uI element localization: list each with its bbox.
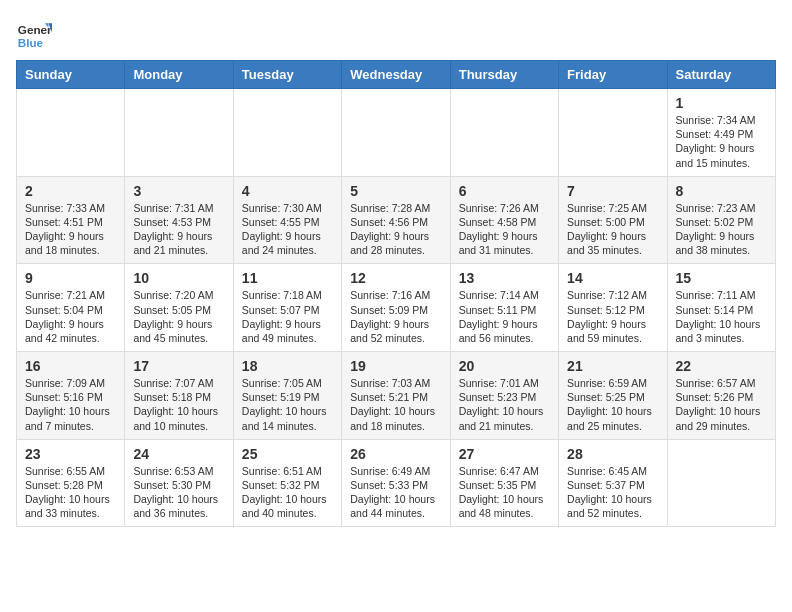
col-header-wednesday: Wednesday: [342, 61, 450, 89]
cell-content: Sunrise: 7:09 AM Sunset: 5:16 PM Dayligh…: [25, 376, 116, 433]
calendar-cell: 12Sunrise: 7:16 AM Sunset: 5:09 PM Dayli…: [342, 264, 450, 352]
day-number: 24: [133, 446, 224, 462]
calendar-cell: 20Sunrise: 7:01 AM Sunset: 5:23 PM Dayli…: [450, 352, 558, 440]
calendar-cell: 10Sunrise: 7:20 AM Sunset: 5:05 PM Dayli…: [125, 264, 233, 352]
calendar-cell: [450, 89, 558, 177]
day-number: 3: [133, 183, 224, 199]
cell-content: Sunrise: 7:23 AM Sunset: 5:02 PM Dayligh…: [676, 201, 767, 258]
calendar-cell: 8Sunrise: 7:23 AM Sunset: 5:02 PM Daylig…: [667, 176, 775, 264]
cell-content: Sunrise: 7:01 AM Sunset: 5:23 PM Dayligh…: [459, 376, 550, 433]
calendar-cell: 18Sunrise: 7:05 AM Sunset: 5:19 PM Dayli…: [233, 352, 341, 440]
col-header-saturday: Saturday: [667, 61, 775, 89]
calendar-week-row: 1Sunrise: 7:34 AM Sunset: 4:49 PM Daylig…: [17, 89, 776, 177]
day-number: 11: [242, 270, 333, 286]
day-number: 2: [25, 183, 116, 199]
day-number: 6: [459, 183, 550, 199]
cell-content: Sunrise: 7:21 AM Sunset: 5:04 PM Dayligh…: [25, 288, 116, 345]
calendar-cell: 23Sunrise: 6:55 AM Sunset: 5:28 PM Dayli…: [17, 439, 125, 527]
col-header-tuesday: Tuesday: [233, 61, 341, 89]
calendar-cell: 22Sunrise: 6:57 AM Sunset: 5:26 PM Dayli…: [667, 352, 775, 440]
calendar-cell: 7Sunrise: 7:25 AM Sunset: 5:00 PM Daylig…: [559, 176, 667, 264]
cell-content: Sunrise: 7:14 AM Sunset: 5:11 PM Dayligh…: [459, 288, 550, 345]
calendar-header-row: SundayMondayTuesdayWednesdayThursdayFrid…: [17, 61, 776, 89]
calendar-cell: 28Sunrise: 6:45 AM Sunset: 5:37 PM Dayli…: [559, 439, 667, 527]
calendar-cell: 13Sunrise: 7:14 AM Sunset: 5:11 PM Dayli…: [450, 264, 558, 352]
calendar-cell: 9Sunrise: 7:21 AM Sunset: 5:04 PM Daylig…: [17, 264, 125, 352]
cell-content: Sunrise: 7:07 AM Sunset: 5:18 PM Dayligh…: [133, 376, 224, 433]
logo: General Blue: [16, 16, 56, 52]
cell-content: Sunrise: 7:30 AM Sunset: 4:55 PM Dayligh…: [242, 201, 333, 258]
calendar-cell: 26Sunrise: 6:49 AM Sunset: 5:33 PM Dayli…: [342, 439, 450, 527]
logo-icon: General Blue: [16, 16, 52, 52]
day-number: 22: [676, 358, 767, 374]
calendar-cell: 19Sunrise: 7:03 AM Sunset: 5:21 PM Dayli…: [342, 352, 450, 440]
calendar-cell: [125, 89, 233, 177]
day-number: 23: [25, 446, 116, 462]
calendar-cell: 1Sunrise: 7:34 AM Sunset: 4:49 PM Daylig…: [667, 89, 775, 177]
cell-content: Sunrise: 6:45 AM Sunset: 5:37 PM Dayligh…: [567, 464, 658, 521]
calendar-table: SundayMondayTuesdayWednesdayThursdayFrid…: [16, 60, 776, 527]
svg-text:Blue: Blue: [18, 36, 44, 49]
day-number: 4: [242, 183, 333, 199]
page-header: General Blue: [16, 16, 776, 52]
calendar-cell: 6Sunrise: 7:26 AM Sunset: 4:58 PM Daylig…: [450, 176, 558, 264]
day-number: 26: [350, 446, 441, 462]
calendar-cell: 24Sunrise: 6:53 AM Sunset: 5:30 PM Dayli…: [125, 439, 233, 527]
day-number: 13: [459, 270, 550, 286]
cell-content: Sunrise: 7:26 AM Sunset: 4:58 PM Dayligh…: [459, 201, 550, 258]
calendar-cell: 2Sunrise: 7:33 AM Sunset: 4:51 PM Daylig…: [17, 176, 125, 264]
col-header-thursday: Thursday: [450, 61, 558, 89]
calendar-cell: 27Sunrise: 6:47 AM Sunset: 5:35 PM Dayli…: [450, 439, 558, 527]
calendar-cell: [559, 89, 667, 177]
cell-content: Sunrise: 7:28 AM Sunset: 4:56 PM Dayligh…: [350, 201, 441, 258]
calendar-cell: 4Sunrise: 7:30 AM Sunset: 4:55 PM Daylig…: [233, 176, 341, 264]
day-number: 12: [350, 270, 441, 286]
col-header-sunday: Sunday: [17, 61, 125, 89]
day-number: 27: [459, 446, 550, 462]
cell-content: Sunrise: 7:33 AM Sunset: 4:51 PM Dayligh…: [25, 201, 116, 258]
day-number: 7: [567, 183, 658, 199]
calendar-week-row: 16Sunrise: 7:09 AM Sunset: 5:16 PM Dayli…: [17, 352, 776, 440]
calendar-cell: 21Sunrise: 6:59 AM Sunset: 5:25 PM Dayli…: [559, 352, 667, 440]
calendar-cell: 5Sunrise: 7:28 AM Sunset: 4:56 PM Daylig…: [342, 176, 450, 264]
cell-content: Sunrise: 6:57 AM Sunset: 5:26 PM Dayligh…: [676, 376, 767, 433]
day-number: 17: [133, 358, 224, 374]
calendar-week-row: 9Sunrise: 7:21 AM Sunset: 5:04 PM Daylig…: [17, 264, 776, 352]
day-number: 20: [459, 358, 550, 374]
day-number: 19: [350, 358, 441, 374]
cell-content: Sunrise: 7:25 AM Sunset: 5:00 PM Dayligh…: [567, 201, 658, 258]
calendar-week-row: 2Sunrise: 7:33 AM Sunset: 4:51 PM Daylig…: [17, 176, 776, 264]
cell-content: Sunrise: 7:16 AM Sunset: 5:09 PM Dayligh…: [350, 288, 441, 345]
calendar-cell: 15Sunrise: 7:11 AM Sunset: 5:14 PM Dayli…: [667, 264, 775, 352]
cell-content: Sunrise: 6:51 AM Sunset: 5:32 PM Dayligh…: [242, 464, 333, 521]
day-number: 9: [25, 270, 116, 286]
day-number: 5: [350, 183, 441, 199]
day-number: 16: [25, 358, 116, 374]
calendar-cell: 14Sunrise: 7:12 AM Sunset: 5:12 PM Dayli…: [559, 264, 667, 352]
cell-content: Sunrise: 6:47 AM Sunset: 5:35 PM Dayligh…: [459, 464, 550, 521]
day-number: 28: [567, 446, 658, 462]
calendar-cell: 16Sunrise: 7:09 AM Sunset: 5:16 PM Dayli…: [17, 352, 125, 440]
calendar-cell: [342, 89, 450, 177]
calendar-cell: [17, 89, 125, 177]
col-header-friday: Friday: [559, 61, 667, 89]
cell-content: Sunrise: 7:05 AM Sunset: 5:19 PM Dayligh…: [242, 376, 333, 433]
cell-content: Sunrise: 7:03 AM Sunset: 5:21 PM Dayligh…: [350, 376, 441, 433]
cell-content: Sunrise: 6:53 AM Sunset: 5:30 PM Dayligh…: [133, 464, 224, 521]
cell-content: Sunrise: 6:49 AM Sunset: 5:33 PM Dayligh…: [350, 464, 441, 521]
day-number: 15: [676, 270, 767, 286]
day-number: 21: [567, 358, 658, 374]
day-number: 14: [567, 270, 658, 286]
calendar-cell: [233, 89, 341, 177]
day-number: 1: [676, 95, 767, 111]
cell-content: Sunrise: 6:59 AM Sunset: 5:25 PM Dayligh…: [567, 376, 658, 433]
cell-content: Sunrise: 7:11 AM Sunset: 5:14 PM Dayligh…: [676, 288, 767, 345]
cell-content: Sunrise: 7:12 AM Sunset: 5:12 PM Dayligh…: [567, 288, 658, 345]
calendar-cell: [667, 439, 775, 527]
calendar-cell: 17Sunrise: 7:07 AM Sunset: 5:18 PM Dayli…: [125, 352, 233, 440]
day-number: 8: [676, 183, 767, 199]
col-header-monday: Monday: [125, 61, 233, 89]
day-number: 10: [133, 270, 224, 286]
cell-content: Sunrise: 7:18 AM Sunset: 5:07 PM Dayligh…: [242, 288, 333, 345]
calendar-cell: 11Sunrise: 7:18 AM Sunset: 5:07 PM Dayli…: [233, 264, 341, 352]
